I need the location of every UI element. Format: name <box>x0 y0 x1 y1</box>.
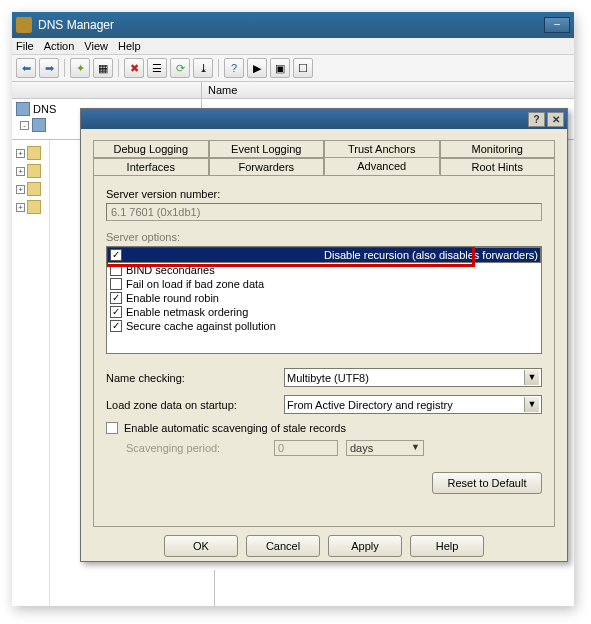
expand-icon[interactable]: + <box>16 185 25 194</box>
checkbox-icon[interactable]: ✓ <box>110 292 122 304</box>
menu-file[interactable]: File <box>16 40 34 52</box>
folder-icon <box>27 182 41 196</box>
option-bind-secondaries[interactable]: BIND secondaries <box>107 263 541 277</box>
name-checking-row: Name checking: Multibyte (UTF8) ▼ <box>106 368 542 387</box>
context-help-button[interactable]: ? <box>528 112 545 127</box>
minimize-button[interactable]: – <box>544 17 570 33</box>
expand-icon[interactable]: + <box>16 149 25 158</box>
load-zone-select[interactable]: From Active Directory and registry ▼ <box>284 395 542 414</box>
separator <box>218 59 219 77</box>
option-round-robin[interactable]: ✓ Enable round robin <box>107 291 541 305</box>
scavenging-unit: days <box>350 442 373 454</box>
separator <box>118 59 119 77</box>
option-disable-recursion[interactable]: ✓ Disable recursion (also disables forwa… <box>107 247 541 263</box>
folder-icon <box>27 146 41 160</box>
scavenging-period-unit-select: days ▼ <box>346 440 424 456</box>
checkbox-icon[interactable]: ✓ <box>110 320 122 332</box>
scavenging-check-label: Enable automatic scavenging of stale rec… <box>124 422 346 434</box>
dialog-titlebar: ? ✕ <box>81 109 567 129</box>
tab-advanced[interactable]: Advanced <box>324 157 440 175</box>
name-checking-value: Multibyte (UTF8) <box>287 372 369 384</box>
option-label: BIND secondaries <box>126 264 215 276</box>
tab-forwarders[interactable]: Forwarders <box>209 158 325 176</box>
chevron-down-icon: ▼ <box>524 397 539 412</box>
divider <box>214 570 215 606</box>
separator <box>64 59 65 77</box>
server-options-list[interactable]: ✓ Disable recursion (also disables forwa… <box>106 246 542 354</box>
tab-debug-logging[interactable]: Debug Logging <box>93 140 209 158</box>
action2-button[interactable]: ▣ <box>270 58 290 78</box>
toolbar: ⬅ ➡ ✦ ▦ ✖ ☰ ⟳ ⤓ ? ▶ ▣ ☐ <box>12 55 574 82</box>
cancel-button[interactable]: Cancel <box>246 535 320 557</box>
dialog-body: Debug Logging Event Logging Trust Anchor… <box>81 129 567 565</box>
name-checking-select[interactable]: Multibyte (UTF8) ▼ <box>284 368 542 387</box>
chevron-down-icon: ▼ <box>411 442 420 454</box>
forward-button[interactable]: ➡ <box>39 58 59 78</box>
new-button[interactable]: ✦ <box>70 58 90 78</box>
load-zone-value: From Active Directory and registry <box>287 399 453 411</box>
server-version-label: Server version number: <box>106 188 542 200</box>
tree-continuation: + + + + <box>12 140 50 606</box>
checkbox-icon[interactable]: ✓ <box>110 306 122 318</box>
checkbox-icon[interactable]: ✓ <box>110 249 122 261</box>
properties-dialog: ? ✕ Debug Logging Event Logging Trust An… <box>80 108 568 562</box>
server-version-value: 6.1 7601 (0x1db1) <box>106 203 542 221</box>
option-label: Secure cache against pollution <box>126 320 276 332</box>
checkbox-icon[interactable] <box>110 278 122 290</box>
advanced-panel: Server version number: 6.1 7601 (0x1db1)… <box>93 175 555 527</box>
scavenging-period-label: Scavenging period: <box>126 442 266 454</box>
tab-row-2: Interfaces Forwarders Advanced Root Hint… <box>93 157 555 175</box>
tab-monitoring[interactable]: Monitoring <box>440 140 556 158</box>
folder-icon <box>27 200 41 214</box>
menubar: File Action View Help <box>12 38 574 55</box>
help-button[interactable]: ? <box>224 58 244 78</box>
action3-button[interactable]: ☐ <box>293 58 313 78</box>
menu-action[interactable]: Action <box>44 40 75 52</box>
option-label: Enable netmask ordering <box>126 306 248 318</box>
name-checking-label: Name checking: <box>106 372 276 384</box>
option-secure-cache[interactable]: ✓ Secure cache against pollution <box>107 319 541 333</box>
ok-button[interactable]: OK <box>164 535 238 557</box>
menu-help[interactable]: Help <box>118 40 141 52</box>
collapse-icon[interactable]: - <box>20 121 29 130</box>
load-zone-row: Load zone data on startup: From Active D… <box>106 395 542 414</box>
help-button[interactable]: Help <box>410 535 484 557</box>
checkbox-icon[interactable] <box>106 422 118 434</box>
dialog-button-row: OK Cancel Apply Help <box>93 527 555 559</box>
app-icon <box>16 17 32 33</box>
reset-to-default-button[interactable]: Reset to Default <box>432 472 542 494</box>
option-fail-on-load[interactable]: Fail on load if bad zone data <box>107 277 541 291</box>
show-button[interactable]: ▦ <box>93 58 113 78</box>
expand-icon[interactable]: + <box>16 203 25 212</box>
app-window: DNS Manager – File Action View Help ⬅ ➡ … <box>12 12 574 606</box>
back-button[interactable]: ⬅ <box>16 58 36 78</box>
tab-row-1: Debug Logging Event Logging Trust Anchor… <box>93 139 555 157</box>
close-button[interactable]: ✕ <box>547 112 564 127</box>
scavenging-check-row[interactable]: Enable automatic scavenging of stale rec… <box>106 422 542 434</box>
chevron-down-icon: ▼ <box>524 370 539 385</box>
option-netmask[interactable]: ✓ Enable netmask ordering <box>107 305 541 319</box>
expand-icon[interactable]: + <box>16 167 25 176</box>
server-options-label: Server options: <box>106 231 542 243</box>
tree-root-label: DNS <box>33 103 56 115</box>
server-icon <box>32 118 46 132</box>
scavenging-period-row: Scavenging period: 0 days ▼ <box>106 440 542 456</box>
action1-button[interactable]: ▶ <box>247 58 267 78</box>
tab-event-logging[interactable]: Event Logging <box>209 140 325 158</box>
apply-button[interactable]: Apply <box>328 535 402 557</box>
export-button[interactable]: ⤓ <box>193 58 213 78</box>
option-label: Enable round robin <box>126 292 219 304</box>
refresh-button[interactable]: ⟳ <box>170 58 190 78</box>
tab-trust-anchors[interactable]: Trust Anchors <box>324 140 440 158</box>
checkbox-icon[interactable] <box>110 264 122 276</box>
option-label: Fail on load if bad zone data <box>126 278 264 290</box>
properties-button[interactable]: ☰ <box>147 58 167 78</box>
window-title: DNS Manager <box>38 18 542 32</box>
tab-interfaces[interactable]: Interfaces <box>93 158 209 176</box>
name-column-header[interactable]: Name <box>202 82 574 99</box>
titlebar: DNS Manager – <box>12 12 574 38</box>
delete-button[interactable]: ✖ <box>124 58 144 78</box>
folder-icon <box>27 164 41 178</box>
tab-root-hints[interactable]: Root Hints <box>440 158 556 176</box>
menu-view[interactable]: View <box>84 40 108 52</box>
